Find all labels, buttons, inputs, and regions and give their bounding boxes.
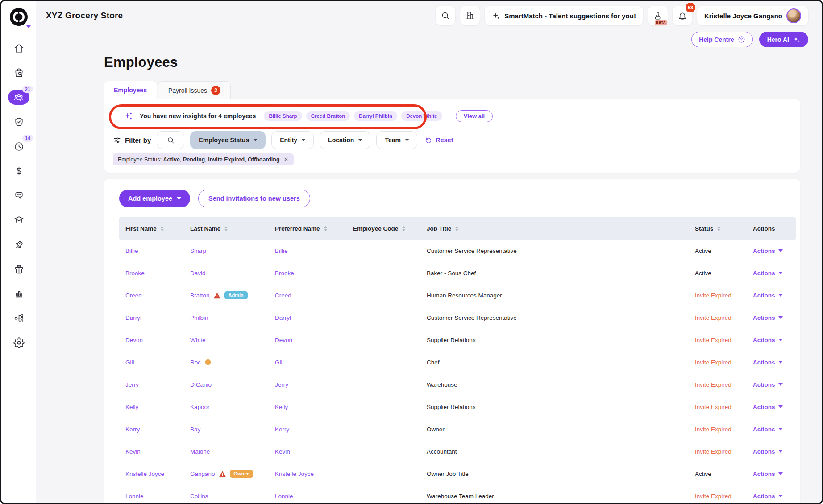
filter-team[interactable]: Team (376, 131, 417, 149)
notifications-button[interactable]: 53 (673, 6, 692, 25)
sidebar-item-compliance[interactable] (8, 114, 29, 129)
employee-first-name-link[interactable]: Kristelle Joyce (125, 471, 164, 477)
column-header-last-name[interactable]: Last Name (184, 225, 269, 232)
filter-search-button[interactable] (157, 131, 184, 149)
row-actions-button[interactable]: Actions (753, 337, 783, 343)
employee-first-name-link[interactable]: Darryl (125, 314, 141, 321)
sidebar-item-people[interactable]: 21 (8, 90, 29, 105)
insight-employee-pill[interactable]: Devon White (401, 111, 442, 121)
warning-icon (219, 470, 226, 478)
employee-first-name-link[interactable]: Gill (125, 359, 134, 366)
employee-last-name-link[interactable]: David (190, 270, 206, 277)
filter-location[interactable]: Location (320, 131, 370, 149)
employee-preferred-name-link[interactable]: Creed (275, 292, 291, 299)
sidebar-item-home[interactable] (8, 41, 29, 56)
employee-preferred-name-link[interactable]: Lonnie (275, 493, 293, 500)
employee-first-name-link[interactable]: Billie (125, 248, 138, 254)
reset-filters-button[interactable]: Reset (425, 136, 453, 144)
preferred-name-cell: Kelly (269, 404, 347, 410)
smartmatch-button[interactable]: SmartMatch - Talent suggestions for you! (485, 6, 643, 25)
row-actions-button[interactable]: Actions (753, 404, 783, 410)
first-name-cell: Gill (119, 359, 184, 366)
employee-preferred-name-link[interactable]: Gill (275, 359, 284, 366)
column-header-job-title[interactable]: Job Title (420, 225, 689, 232)
row-actions-button[interactable]: Actions (753, 292, 783, 299)
employee-preferred-name-link[interactable]: Kevin (275, 448, 290, 455)
employee-preferred-name-link[interactable]: Kerry (275, 426, 289, 433)
insight-employee-pill[interactable]: Creed Bratton (306, 111, 350, 121)
employee-preferred-name-link[interactable]: Kelly (275, 404, 288, 410)
employee-preferred-name-link[interactable]: Devon (275, 337, 292, 343)
employee-preferred-name-link[interactable]: Jerry (275, 381, 288, 388)
employee-last-name-link[interactable]: Philbin (190, 314, 208, 321)
employee-preferred-name-link[interactable]: Darryl (275, 314, 291, 321)
row-actions-button[interactable]: Actions (753, 448, 783, 455)
employee-last-name-link[interactable]: Gangano (190, 471, 215, 477)
preferred-name-cell: Lonnie (269, 493, 347, 500)
chevron-down-icon (254, 139, 257, 141)
employee-last-name-link[interactable]: Kapoor (190, 404, 210, 410)
sidebar-item-settings[interactable] (8, 335, 29, 350)
chevron-down-icon (177, 197, 181, 200)
row-actions-button[interactable]: Actions (753, 314, 783, 321)
employee-first-name-link[interactable]: Kerry (125, 426, 140, 433)
sidebar-item-org-chart[interactable] (8, 310, 29, 326)
filter-employee-status[interactable]: Employee Status (190, 131, 266, 149)
row-actions-button[interactable]: Actions (753, 359, 783, 366)
employee-first-name-link[interactable]: Brooke (125, 270, 145, 277)
column-header-preferred-name[interactable]: Preferred Name (269, 225, 347, 232)
employee-first-name-link[interactable]: Lonnie (125, 493, 144, 500)
row-actions-button[interactable]: Actions (753, 248, 783, 254)
sidebar-item-time[interactable]: 14 (8, 139, 29, 154)
employee-last-name-link[interactable]: Sharp (190, 248, 206, 254)
employee-last-name-link[interactable]: Bratton (190, 292, 210, 299)
view-all-button[interactable]: View all (456, 110, 493, 122)
row-actions-button[interactable]: Actions (753, 493, 783, 500)
employee-first-name-link[interactable]: Creed (125, 292, 142, 299)
employee-last-name-link[interactable]: DiCanio (190, 381, 212, 388)
column-header-first-name[interactable]: First Name (119, 225, 184, 232)
row-actions-button[interactable]: Actions (753, 270, 783, 277)
tab-payroll-issues[interactable]: Payroll Issues 2 (158, 81, 231, 99)
employee-first-name-link[interactable]: Jerry (125, 381, 139, 388)
employee-last-name-link[interactable]: Roc (190, 359, 201, 366)
sidebar-item-reports[interactable] (8, 286, 29, 301)
employee-preferred-name-link[interactable]: Billie (275, 248, 288, 254)
filter-entity[interactable]: Entity (271, 131, 314, 149)
employee-first-name-link[interactable]: Kelly (125, 404, 138, 410)
employee-last-name-link[interactable]: Malone (190, 448, 210, 455)
labs-button[interactable]: BETA (648, 6, 668, 25)
sparkle-icon (492, 12, 500, 20)
app-logo[interactable] (8, 7, 29, 29)
sidebar-item-recruitment[interactable] (8, 65, 29, 80)
add-employee-button[interactable]: Add employee (119, 190, 190, 207)
tab-employees[interactable]: Employees (104, 81, 157, 99)
row-actions-button[interactable]: Actions (753, 471, 783, 477)
user-menu[interactable]: Kristelle Joyce Gangano (697, 6, 808, 25)
help-centre-button[interactable]: Help Centre (691, 32, 753, 47)
employee-preferred-name-link[interactable]: Kristelle Joyce (275, 471, 314, 477)
remove-filter-icon[interactable]: ✕ (284, 156, 289, 163)
hero-ai-button[interactable]: Hero AI (759, 32, 808, 47)
search-icon (441, 11, 450, 21)
search-button[interactable] (436, 6, 455, 25)
column-header-status[interactable]: Status (689, 225, 747, 232)
row-actions-button[interactable]: Actions (753, 426, 783, 433)
sidebar-item-payroll[interactable] (8, 163, 29, 178)
sidebar-item-learning[interactable] (8, 212, 29, 227)
insight-employee-pill[interactable]: Darryl Philbin (354, 111, 397, 121)
employee-last-name-link[interactable]: Bay (190, 426, 200, 433)
employee-first-name-link[interactable]: Devon (125, 337, 143, 343)
row-actions-button[interactable]: Actions (753, 381, 783, 388)
column-header-employee-code[interactable]: Employee Code (347, 225, 420, 232)
employee-preferred-name-link[interactable]: Brooke (275, 270, 294, 277)
sidebar-item-benefits[interactable] (8, 261, 29, 277)
organisations-button[interactable] (460, 6, 480, 25)
send-invitations-button[interactable]: Send invitations to new users (198, 190, 310, 207)
employee-first-name-link[interactable]: Kevin (125, 448, 141, 455)
sidebar-item-launch[interactable] (8, 237, 29, 252)
employee-last-name-link[interactable]: Collins (190, 493, 208, 500)
insight-employee-pill[interactable]: Billie Sharp (264, 111, 302, 121)
employee-last-name-link[interactable]: White (190, 337, 206, 343)
sidebar-item-chat[interactable] (8, 188, 29, 203)
